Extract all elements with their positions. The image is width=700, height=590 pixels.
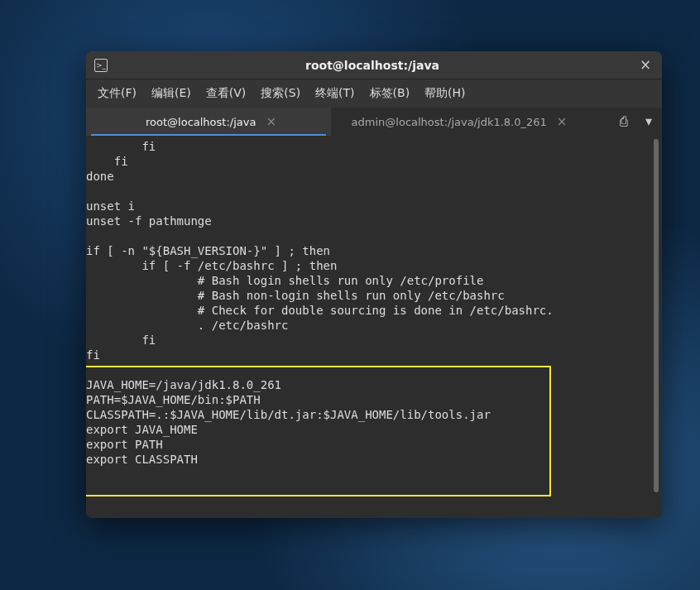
- tab-admin[interactable]: admin@localhost:/java/jdk1.8.0_261 ×: [331, 108, 583, 136]
- menu-search[interactable]: 搜索(S): [253, 83, 308, 104]
- new-tab-icon[interactable]: ⎙: [616, 113, 632, 130]
- tab-label: admin@localhost:/java/jdk1.8.0_261: [352, 116, 547, 128]
- menu-edit[interactable]: 编辑(E): [144, 83, 199, 104]
- scrollbar[interactable]: [652, 139, 660, 515]
- terminal-app-icon: >_: [94, 59, 108, 72]
- menubar: 文件(F) 编辑(E) 查看(V) 搜索(S) 终端(T) 标签(B) 帮助(H…: [86, 79, 662, 108]
- close-button[interactable]: ×: [637, 57, 654, 74]
- tabbar: root@localhost:/java × admin@localhost:/…: [86, 108, 662, 136]
- menu-help[interactable]: 帮助(H): [417, 83, 472, 104]
- menu-view[interactable]: 查看(V): [199, 83, 254, 104]
- scrollbar-thumb[interactable]: [654, 139, 659, 492]
- tab-dropdown-icon[interactable]: ▾: [640, 113, 657, 130]
- annotation-highlight: [86, 366, 551, 496]
- terminal-area: fi fi done unset i unset -f pathmunge if…: [86, 136, 662, 518]
- window-title: root@localhost:/java: [108, 59, 637, 72]
- tab-label: root@localhost:/java: [146, 116, 256, 128]
- menu-file[interactable]: 文件(F): [90, 83, 144, 104]
- tab-actions: ⎙ ▾: [583, 108, 662, 136]
- tab-root[interactable]: root@localhost:/java ×: [86, 108, 331, 136]
- titlebar[interactable]: >_ root@localhost:/java ×: [86, 51, 662, 79]
- tab-close-icon[interactable]: ×: [557, 114, 568, 129]
- menu-terminal[interactable]: 终端(T): [308, 83, 362, 104]
- tab-close-icon[interactable]: ×: [266, 114, 276, 129]
- menu-tabs[interactable]: 标签(B): [362, 83, 418, 104]
- terminal-content[interactable]: fi fi done unset i unset -f pathmunge if…: [86, 136, 652, 518]
- terminal-window: >_ root@localhost:/java × 文件(F) 编辑(E) 查看…: [86, 51, 662, 518]
